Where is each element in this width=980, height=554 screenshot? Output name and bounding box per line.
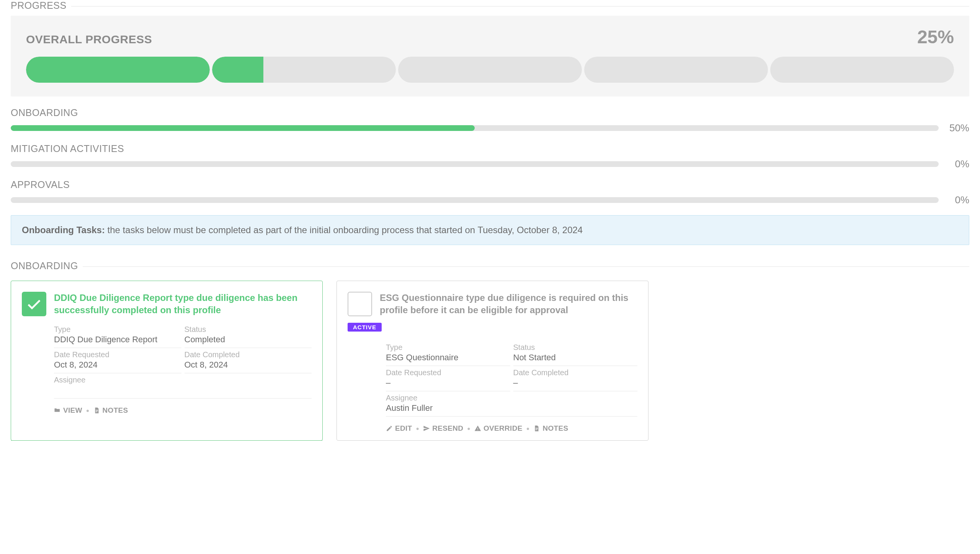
field-label: Date Requested xyxy=(386,368,510,377)
field-label: Status xyxy=(513,343,638,352)
field-label: Status xyxy=(185,325,312,334)
action-label: RESEND xyxy=(432,424,463,433)
separator-dot: ● xyxy=(416,425,419,431)
separator-dot: ● xyxy=(526,425,530,431)
checkbox-icon xyxy=(348,292,372,316)
override-button[interactable]: OVERRIDE xyxy=(474,424,523,433)
svg-rect-2 xyxy=(96,412,97,412)
action-label: NOTES xyxy=(103,406,128,415)
overall-segment-2 xyxy=(212,57,396,83)
notes-button[interactable]: NOTES xyxy=(93,406,128,415)
view-button[interactable]: VIEW xyxy=(54,406,82,415)
info-banner-text: the tasks below must be completed as par… xyxy=(105,225,583,235)
field-date-requested: Date Requested– xyxy=(386,366,510,391)
overall-segment-fill xyxy=(26,57,210,83)
action-label: EDIT xyxy=(395,424,412,433)
sub-progress-percent: 0% xyxy=(946,158,969,170)
field-label: Date Requested xyxy=(54,350,181,359)
badge-wrap: ACTIVE xyxy=(348,323,637,337)
sub-progress-track xyxy=(11,161,939,167)
task-card-head: DDIQ Due Diligence Report type due dilig… xyxy=(22,292,312,317)
section-header-progress-label: PROGRESS xyxy=(11,0,71,11)
field-value: ESG Questionnaire xyxy=(386,353,510,363)
field-status: StatusNot Started xyxy=(513,341,638,366)
field-label: Assignee xyxy=(386,394,637,402)
action-label: VIEW xyxy=(63,406,82,415)
sub-progress-fill xyxy=(11,125,475,131)
info-banner-strong: Onboarding Tasks: xyxy=(22,225,105,235)
sub-progress-percent: 0% xyxy=(946,194,969,206)
field-label: Type xyxy=(54,325,181,334)
task-card-esg: ESG Questionnaire type due diligence is … xyxy=(336,281,648,441)
onboarding-info-banner: Onboarding Tasks: the tasks below must b… xyxy=(11,215,969,245)
field-label: Type xyxy=(386,343,510,352)
field-value: Austin Fuller xyxy=(386,403,637,413)
task-card-body: TypeESG QuestionnaireStatusNot StartedDa… xyxy=(386,341,637,417)
overall-progress-track xyxy=(26,57,954,83)
overall-segment-fill xyxy=(212,57,263,83)
sub-progress-approvals: APPROVALS 0% xyxy=(11,179,969,206)
overall-segment-1 xyxy=(26,57,210,83)
field-label: Assignee xyxy=(54,376,312,384)
section-header-onboarding-label: ONBOARDING xyxy=(11,260,83,271)
field-status: StatusCompleted xyxy=(185,323,312,348)
overall-progress-title: OVERALL PROGRESS xyxy=(26,33,152,46)
field-type: TypeDDIQ Due Diligence Report xyxy=(54,323,181,348)
task-card-actions: EDIT●RESEND●OVERRIDE●NOTES xyxy=(386,424,637,433)
overall-segment-5 xyxy=(770,57,954,83)
section-header-progress: PROGRESS xyxy=(11,0,969,11)
field-label: Date Completed xyxy=(185,350,312,359)
field-type: TypeESG Questionnaire xyxy=(386,341,510,366)
overall-segment-4 xyxy=(584,57,768,83)
field-value: – xyxy=(386,378,510,388)
check-icon xyxy=(22,292,46,316)
sub-progress-onboarding: ONBOARDING 50% xyxy=(11,107,969,134)
sub-progress-title: ONBOARDING xyxy=(11,107,969,118)
overall-progress-panel: OVERALL PROGRESS 25% xyxy=(11,16,969,96)
notes-button[interactable]: NOTES xyxy=(533,424,568,433)
sub-progress-title: APPROVALS xyxy=(11,179,969,190)
action-label: OVERRIDE xyxy=(483,424,523,433)
task-card-body: TypeDDIQ Due Diligence ReportStatusCompl… xyxy=(54,323,312,399)
sub-progress-title: MITIGATION ACTIVITIES xyxy=(11,143,969,154)
sub-progress-track xyxy=(11,197,939,203)
separator-dot: ● xyxy=(86,407,90,413)
sub-progress-bar-row: 0% xyxy=(11,194,969,206)
field-assignee: Assignee xyxy=(54,373,312,399)
field-value: Oct 8, 2024 xyxy=(54,360,181,370)
onboarding-cards-row: DDIQ Due Diligence Report type due dilig… xyxy=(11,281,969,441)
task-card-actions: VIEW●NOTES xyxy=(54,406,312,415)
task-card-ddiq: DDIQ Due Diligence Report type due dilig… xyxy=(11,281,323,441)
sub-progress-bar-row: 50% xyxy=(11,122,969,134)
action-label: NOTES xyxy=(542,424,568,433)
overall-segment-3 xyxy=(398,57,582,83)
field-value: – xyxy=(513,378,638,388)
sub-progress-bar-row: 0% xyxy=(11,158,969,170)
field-value: Not Started xyxy=(513,353,638,363)
overall-progress-header: OVERALL PROGRESS 25% xyxy=(26,26,954,47)
field-value: Oct 8, 2024 xyxy=(185,360,312,370)
edit-button[interactable]: EDIT xyxy=(386,424,412,433)
field-value: Completed xyxy=(185,335,312,345)
overall-progress-percent: 25% xyxy=(917,26,954,47)
task-card-title: DDIQ Due Diligence Report type due dilig… xyxy=(54,292,312,317)
svg-rect-4 xyxy=(536,429,538,429)
svg-rect-1 xyxy=(96,411,98,411)
field-date-completed: Date Completed– xyxy=(513,366,638,391)
field-label: Date Completed xyxy=(513,368,638,377)
sub-progress-percent: 50% xyxy=(946,122,969,134)
task-card-title: ESG Questionnaire type due diligence is … xyxy=(380,292,637,317)
field-value xyxy=(54,385,312,395)
active-badge: ACTIVE xyxy=(348,323,382,332)
sub-progress-track xyxy=(11,125,939,131)
field-value: DDIQ Due Diligence Report xyxy=(54,335,181,345)
svg-rect-3 xyxy=(536,428,538,428)
separator-dot: ● xyxy=(467,425,470,431)
sub-progress-mitigation: MITIGATION ACTIVITIES 0% xyxy=(11,143,969,170)
field-date-completed: Date CompletedOct 8, 2024 xyxy=(185,348,312,373)
resend-button[interactable]: RESEND xyxy=(423,424,463,433)
task-card-head: ESG Questionnaire type due diligence is … xyxy=(348,292,637,317)
section-header-onboarding: ONBOARDING xyxy=(11,260,969,271)
field-date-requested: Date RequestedOct 8, 2024 xyxy=(54,348,181,373)
field-assignee: AssigneeAustin Fuller xyxy=(386,391,637,417)
